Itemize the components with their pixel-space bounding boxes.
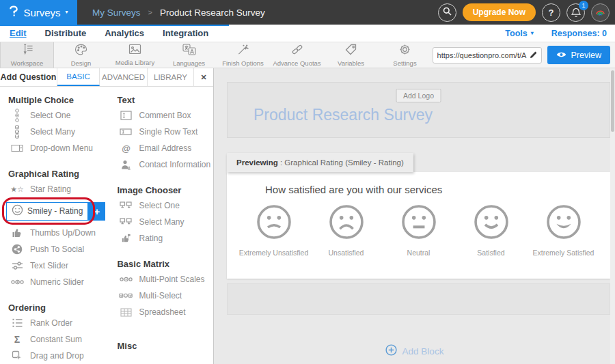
tab-advanced[interactable]: ADVANCED [100,68,148,86]
smiley-big-smile-icon [545,204,582,240]
menu-bar: Edit Distribute Analytics Integration To… [0,25,615,42]
smiley-option-unsatisfied[interactable]: Unsatisfied [313,204,380,257]
edit-pencil-icon[interactable] [530,49,537,61]
sigma-icon: Σ [10,334,24,345]
add-question-panel: Add Question BASIC ADVANCED LIBRARY ✕ Mu… [0,68,214,364]
tab-edit[interactable]: Edit [10,28,27,38]
add-smiley-rating-button[interactable]: + [88,202,105,221]
smiley-frown-deep-icon [328,204,365,240]
qtype-drag-and-drop[interactable]: Drag and Drop [0,348,109,364]
tab-integration[interactable]: Integration [163,28,208,38]
add-block-button[interactable]: Add Block [214,344,615,358]
add-logo-button[interactable]: Add Logo [396,89,441,102]
workspace-button[interactable]: Workspace [0,42,54,68]
previewing-tab: Previewing : Graphical Rating (Smiley - … [227,153,413,172]
search-button[interactable] [438,3,456,22]
qtype-single-row-text[interactable]: Single Row Text [109,124,213,140]
advance-quotas-button[interactable]: Advance Quotas [270,42,324,68]
qtype-select-one[interactable]: Select One [0,107,109,124]
tab-distribute[interactable]: Distribute [45,28,87,38]
toolbar-right: https://questionpro.com/t/A Preview [433,42,610,68]
responses-count[interactable]: Responses: 0 [551,29,607,38]
qtype-multi-point-scales[interactable]: Multi-Point Scales [109,271,213,288]
qtype-image-select-one[interactable]: Select One [109,197,213,214]
question-text: How satisfied are you with our services [227,172,610,195]
breadcrumb-my-surveys[interactable]: My Surveys [92,8,141,18]
qtype-multi-select[interactable]: Multi-Select [109,288,213,304]
section-multiple-choice: Multiple Choice [0,87,109,107]
qtype-comment-box[interactable]: Comment Box [109,107,213,124]
questionpro-logo-icon [9,5,18,20]
share-icon [10,244,24,255]
help-button[interactable]: ? [542,3,560,22]
settings-button[interactable]: Settings [378,42,432,68]
tools-menu[interactable]: Tools▾ [505,29,533,38]
section-text: Text [109,87,213,107]
product-name: Surveys [23,7,60,18]
notifications-button[interactable]: 1 [566,3,585,22]
qtype-email-address[interactable]: @ Email Address [109,140,213,156]
multi-select-icon [119,292,133,299]
media-library-button[interactable]: Media Library [108,42,162,68]
media-library-icon [128,44,141,57]
at-sign-icon: @ [119,143,133,154]
qtype-rank-order[interactable]: Rank Order [0,315,109,331]
magic-wand-icon [237,44,249,58]
gear-icon [399,44,411,58]
menu-bar-right: Tools▾ Responses: 0 [505,29,607,38]
smiley-icon [12,204,23,218]
upgrade-now-button[interactable]: Upgrade Now [463,3,536,21]
survey-title[interactable]: Product Research Survey [254,106,433,124]
rank-order-icon [10,318,24,328]
top-bar: Surveys ▾ My Surveys > Product Research … [0,0,615,25]
qtype-smiley-rating[interactable]: Smiley - Rating [6,202,88,221]
thumb-flag-icon [119,234,133,243]
qtype-numeric-slider[interactable]: Numeric Slider [0,274,109,290]
qtype-contact-information[interactable]: Contact Information [109,156,213,173]
preview-button[interactable]: Preview [547,46,610,64]
chain-link-icon [290,44,304,58]
qtype-spreadsheet[interactable]: Spreadsheet [109,304,213,320]
tab-library[interactable]: LIBRARY [148,68,194,86]
qtype-image-rating[interactable]: Rating [109,230,213,247]
finish-options-button[interactable]: Finish Options [216,42,270,68]
thumbs-up-icon [10,227,24,238]
workspace-icon [20,44,34,58]
qtype-image-select-many[interactable]: Select Many [109,214,213,230]
breadcrumb: My Surveys > Product Research Survey [92,8,265,18]
tab-basic[interactable]: BASIC [57,68,100,86]
smiley-option-satisfied[interactable]: Satisfied [458,204,525,257]
smiley-neutral-icon [400,204,437,240]
smiley-option-extremely-satisfied[interactable]: Extremely Satisfied [530,204,597,257]
qtype-select-many[interactable]: Select Many [0,124,109,140]
topbar-actions: Upgrade Now ? 1 [438,3,615,22]
breadcrumb-current-survey: Product Research Survey [160,8,265,18]
qtype-thumbs-up-down[interactable]: Thumbs Up/Down [0,225,109,241]
qtype-constant-sum[interactable]: Σ Constant Sum [0,331,109,348]
tab-analytics[interactable]: Analytics [105,28,144,38]
vertical-scrollbar[interactable] [610,68,615,364]
qtype-dropdown-menu[interactable]: Drop-down Menu [0,140,109,156]
tag-icon [345,44,357,58]
slider-icon [10,261,24,270]
avatar[interactable] [591,3,610,22]
plus-circle-icon [385,344,397,358]
close-panel-button[interactable]: ✕ [194,68,213,86]
qtype-star-rating[interactable]: ★☆ Star Rating [0,181,109,197]
comment-box-icon [119,111,133,120]
checkbox-stack-icon [10,125,24,139]
product-switcher[interactable]: Surveys ▾ [0,0,77,25]
survey-url-field[interactable]: https://questionpro.com/t/A [433,47,542,64]
eye-icon [556,51,566,60]
design-button[interactable]: Design [54,42,108,68]
smiley-option-extremely-unsatisfied[interactable]: Extremely Unsatisfied [241,204,308,257]
scrollbar-thumb[interactable] [611,70,614,132]
qtype-push-to-social[interactable]: Push To Social [0,241,109,257]
section-graphical-rating: Graphical Rating [0,156,109,181]
variables-button[interactable]: Variables [324,42,378,68]
qtype-text-slider[interactable]: Text Slider [0,257,109,274]
languages-button[interactable]: Languages [162,42,216,68]
star-rating-icon: ★☆ [10,185,24,194]
smiley-option-neutral[interactable]: Neutral [385,204,452,257]
smiley-rating-highlight: Smiley - Rating + [4,197,109,225]
